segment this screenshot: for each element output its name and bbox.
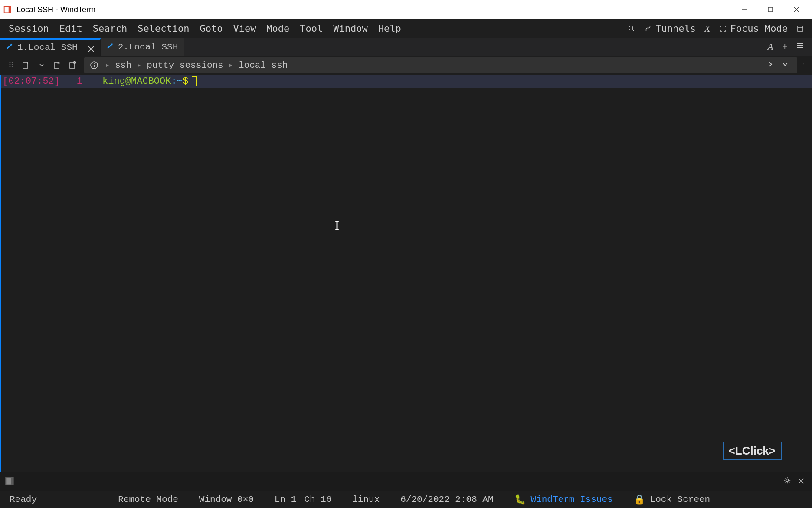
terminal-line: [02:07:52] 1 king@MACBOOK:~$: [1, 75, 812, 88]
tunnels-button[interactable]: Tunnels: [640, 21, 700, 36]
line-number: 1: [60, 76, 82, 87]
cursor: [192, 76, 197, 86]
menu-view[interactable]: View: [228, 20, 261, 36]
status-window-size[interactable]: Window 0×0: [199, 495, 254, 505]
titlebar: Local SSH - WindTerm: [0, 0, 812, 19]
menu-tool[interactable]: Tool: [295, 20, 328, 36]
pathbar: ⠿ ▶ ssh ▶ putty sessions ▶ local ssh: [0, 56, 812, 75]
svg-point-6: [629, 26, 633, 30]
focus-mode-button[interactable]: Focus Mode: [715, 21, 792, 36]
new-file-icon[interactable]: [18, 58, 34, 72]
status-datetime: 6/20/2022 2:08 AM: [400, 495, 493, 505]
menu-help[interactable]: Help: [373, 20, 406, 36]
svg-point-25: [94, 63, 95, 64]
menu-search[interactable]: Search: [88, 20, 132, 36]
search-icon[interactable]: [623, 23, 640, 34]
gear-icon[interactable]: [780, 476, 795, 487]
breadcrumb-sep-icon: ▶: [100, 62, 115, 69]
chevron-down-icon[interactable]: [782, 60, 789, 70]
svg-point-31: [786, 479, 788, 481]
tab-tools: A +: [760, 38, 812, 56]
click-indicator: <LClick>: [723, 442, 782, 460]
status-ready: Ready: [10, 495, 37, 505]
bottom-toolstrip: [0, 472, 812, 491]
text-cursor-icon: I: [335, 218, 339, 233]
tab-label: 1.Local SSH: [17, 43, 78, 53]
svg-point-28: [804, 65, 804, 65]
status-char[interactable]: Ch 16: [304, 495, 331, 505]
layout-icon[interactable]: [792, 23, 809, 34]
info-icon[interactable]: [88, 58, 100, 72]
app-logo-icon[interactable]: [4, 476, 16, 487]
status-issues-link[interactable]: WindTerm Issues: [531, 495, 613, 505]
tabbar: 1.Local SSH 2.Local SSH A +: [0, 38, 812, 56]
tab-2[interactable]: 2.Local SSH: [101, 38, 185, 56]
breadcrumb-item[interactable]: local ssh: [239, 60, 288, 70]
menu-goto[interactable]: Goto: [194, 20, 228, 36]
prompt-path: ~: [177, 76, 183, 87]
svg-rect-8: [798, 26, 803, 31]
close-file-icon[interactable]: [49, 58, 65, 72]
window-controls: [731, 0, 809, 19]
window-title: Local SSH - WindTerm: [16, 5, 731, 14]
tab-label: 2.Local SSH: [118, 42, 178, 52]
svg-point-27: [804, 63, 804, 64]
tab-1[interactable]: 1.Local SSH: [0, 38, 101, 56]
breadcrumb-sep-icon: ▶: [131, 62, 147, 69]
statusbar: Ready Remote Mode Window 0×0 Ln 1 Ch 16 …: [0, 491, 812, 508]
terminal[interactable]: [02:07:52] 1 king@MACBOOK:~$ I <LClick>: [0, 75, 812, 472]
minimize-button[interactable]: [731, 0, 757, 19]
svg-rect-30: [6, 478, 11, 484]
close-icon[interactable]: [88, 45, 94, 51]
menu-window[interactable]: Window: [328, 20, 373, 36]
svg-rect-1: [5, 7, 9, 13]
maximize-button[interactable]: [757, 0, 783, 19]
menubar: Session Edit Search Selection Goto View …: [0, 19, 812, 38]
close-button[interactable]: [783, 0, 809, 19]
status-os[interactable]: linux: [352, 495, 380, 505]
svg-rect-3: [768, 7, 773, 12]
session-icon: [107, 42, 114, 52]
session-icon: [6, 43, 13, 53]
add-tab-button[interactable]: +: [782, 42, 788, 53]
breadcrumb-item[interactable]: ssh: [115, 60, 131, 70]
duplicate-file-icon[interactable]: [65, 58, 81, 72]
prompt-colon: :: [171, 76, 177, 87]
kebab-icon[interactable]: [797, 59, 812, 71]
prompt-userhost: king@MACBOOK: [102, 76, 171, 87]
bug-icon: 🐛: [514, 494, 526, 505]
svg-line-7: [633, 30, 635, 31]
menu-selection[interactable]: Selection: [132, 20, 194, 36]
status-lock-screen[interactable]: Lock Screen: [650, 495, 710, 505]
prompt-dollar: $: [183, 76, 188, 87]
hamburger-icon[interactable]: [796, 42, 804, 53]
status-remote-mode[interactable]: Remote Mode: [118, 495, 178, 505]
drag-handle-icon[interactable]: ⠿: [3, 58, 18, 72]
menu-mode[interactable]: Mode: [261, 20, 295, 36]
close-strip-icon[interactable]: [795, 477, 808, 487]
breadcrumb[interactable]: ▶ ssh ▶ putty sessions ▶ local ssh: [84, 57, 797, 73]
breadcrumb-item[interactable]: putty sessions: [147, 60, 223, 70]
status-line[interactable]: Ln 1: [275, 495, 296, 505]
svg-point-26: [804, 63, 804, 63]
timestamp: [02:07:52]: [3, 76, 60, 87]
menu-edit[interactable]: Edit: [54, 20, 88, 36]
menu-session[interactable]: Session: [3, 20, 54, 36]
focus-mode-label: Focus Mode: [730, 23, 788, 34]
font-button[interactable]: A: [767, 41, 773, 53]
chevron-right-icon[interactable]: [767, 60, 774, 70]
app-icon: [3, 5, 12, 14]
lock-icon: 🔒: [634, 494, 645, 505]
x-icon[interactable]: X: [700, 21, 714, 36]
breadcrumb-sep-icon: ▶: [223, 62, 239, 69]
tunnels-label: Tunnels: [655, 23, 696, 34]
chevron-down-icon[interactable]: [34, 58, 49, 72]
